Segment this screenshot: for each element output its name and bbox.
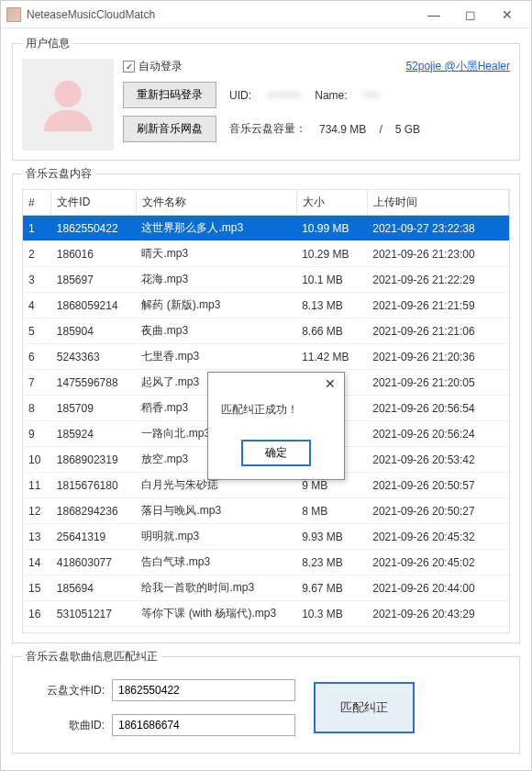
- song-id-label: 歌曲ID:: [31, 718, 105, 733]
- user-info-legend: 用户信息: [22, 36, 73, 51]
- cell-id: 418603077: [51, 550, 137, 575]
- cell-idx: 5: [23, 318, 51, 344]
- cell-time: 2021-09-26 21:21:59: [367, 293, 508, 318]
- cell-idx: 14: [23, 550, 51, 575]
- close-button[interactable]: ✕: [489, 2, 526, 28]
- checkbox-icon: ✓: [123, 61, 135, 73]
- cell-time: 2021-09-26 21:20:05: [367, 370, 508, 396]
- cell-time: 2021-09-26 20:56:54: [367, 396, 508, 421]
- app-window: NeteaseMusicCloudMatch — ◻ ✕ 用户信息 ✓ 自动登录…: [0, 0, 532, 771]
- person-icon: [36, 73, 100, 137]
- song-id-input[interactable]: [112, 714, 295, 736]
- cell-id: 5243363: [51, 344, 137, 370]
- cell-time: 2021-09-26 20:42:59: [367, 627, 508, 634]
- cell-name: 夜曲.mp3: [136, 318, 296, 344]
- content-area: 用户信息 ✓ 自动登录 52pojie @小黑Healer 重新扫码登录: [1, 28, 531, 770]
- cell-size: 8 MB: [296, 498, 367, 524]
- cell-time: 2021-09-26 20:50:27: [367, 498, 508, 524]
- file-id-label: 云盘文件ID:: [31, 683, 105, 698]
- col-header-id[interactable]: 文件ID: [51, 190, 137, 216]
- table-row[interactable]: 1325641319明明就.mp39.93 MB2021-09-26 20:45…: [23, 524, 509, 550]
- cell-idx: 7: [23, 370, 51, 396]
- cell-idx: 6: [23, 344, 51, 370]
- success-dialog: ✕ 匹配纠正成功！ 确定: [207, 372, 345, 480]
- cell-name: 七里香.mp3: [136, 344, 296, 370]
- credit-link[interactable]: 52pojie @小黑Healer: [405, 59, 510, 74]
- maximize-button[interactable]: ◻: [452, 2, 489, 28]
- table-row[interactable]: 15185694给我一首歌的时间.mp39.67 MB2021-09-26 20…: [23, 575, 509, 601]
- cell-idx: 1: [23, 216, 51, 241]
- match-group: 音乐云盘歌曲信息匹配纠正 云盘文件ID: 歌曲ID: 匹配纠正: [12, 649, 520, 754]
- cell-id: 531051217: [51, 601, 137, 627]
- col-header-name[interactable]: 文件名称: [136, 190, 296, 216]
- cell-name: 落日与晚风.mp3: [136, 498, 296, 524]
- match-legend: 音乐云盘歌曲信息匹配纠正: [22, 649, 161, 665]
- cell-time: 2021-09-26 20:45:32: [367, 524, 508, 550]
- cell-time: 2021-09-27 23:22:38: [367, 216, 508, 241]
- cell-idx: 2: [23, 241, 51, 267]
- cell-time: 2021-09-26 20:45:02: [367, 550, 508, 575]
- uid-value: ••••••: [268, 89, 302, 102]
- match-button[interactable]: 匹配纠正: [314, 682, 415, 733]
- refresh-cloud-button[interactable]: 刷新音乐网盘: [123, 116, 216, 142]
- cell-size: 8.13 MB: [296, 293, 367, 318]
- table-row[interactable]: 65243363七里香.mp311.42 MB2021-09-26 21:20:…: [23, 344, 509, 370]
- cell-id: 1868140974: [51, 627, 137, 634]
- cell-idx: 4: [23, 293, 51, 318]
- dialog-ok-button[interactable]: 确定: [241, 440, 311, 466]
- table-row[interactable]: 5185904夜曲.mp38.66 MB2021-09-26 21:21:06: [23, 318, 509, 344]
- minimize-button[interactable]: —: [416, 2, 452, 28]
- cell-id: 1475596788: [51, 370, 137, 396]
- table-row[interactable]: 2186016晴天.mp310.29 MB2021-09-26 21:23:00: [23, 241, 509, 267]
- cell-size: 9.93 MB: [296, 524, 367, 550]
- cell-time: 2021-09-26 21:20:36: [367, 344, 508, 370]
- cell-idx: 12: [23, 498, 51, 524]
- cell-id: 185694: [51, 575, 137, 601]
- col-header-size[interactable]: 大小: [296, 190, 367, 216]
- cell-name: 解药 (新版).mp3: [136, 293, 296, 318]
- table-row[interactable]: 41868059214解药 (新版).mp38.13 MB2021-09-26 …: [23, 293, 509, 318]
- cell-size: 8.91 MB: [296, 627, 367, 634]
- dialog-close-icon[interactable]: ✕: [320, 374, 340, 393]
- capacity-sep: /: [379, 123, 382, 136]
- col-header-index[interactable]: #: [23, 190, 51, 216]
- cell-id: 185904: [51, 318, 137, 344]
- cell-idx: 3: [23, 267, 51, 293]
- table-row[interactable]: 16531051217等你下课 (with 杨瑞代).mp310.3 MB202…: [23, 601, 509, 627]
- cell-name: 明明就.mp3: [136, 524, 296, 550]
- cell-id: 1862550422: [51, 216, 137, 241]
- capacity-total: 5 GB: [395, 123, 420, 136]
- cell-name: 给我一首歌的时间.mp3: [136, 575, 296, 601]
- table-row[interactable]: 121868294236落日与晚风.mp38 MB2021-09-26 20:5…: [23, 498, 509, 524]
- cell-idx: 15: [23, 575, 51, 601]
- cell-id: 185709: [51, 396, 137, 421]
- rescan-login-button[interactable]: 重新扫码登录: [123, 82, 216, 108]
- table-row[interactable]: 3185697花海.mp310.1 MB2021-09-26 21:22:29: [23, 267, 509, 293]
- cell-idx: 17: [23, 627, 51, 634]
- file-id-input[interactable]: [112, 679, 295, 701]
- cell-size: 10.3 MB: [296, 601, 367, 627]
- window-title: NeteaseMusicCloudMatch: [27, 8, 416, 21]
- cell-time: 2021-09-26 21:23:00: [367, 241, 508, 267]
- col-header-time[interactable]: 上传时间: [367, 190, 508, 216]
- cell-time: 2021-09-26 20:43:29: [367, 601, 508, 627]
- cell-size: 10.99 MB: [296, 216, 367, 241]
- cell-name: 晴天.mp3: [136, 241, 296, 267]
- cell-id: 1868902319: [51, 447, 137, 473]
- cell-time: 2021-09-26 20:50:57: [367, 473, 508, 498]
- name-value: •••: [364, 89, 382, 102]
- cell-idx: 16: [23, 601, 51, 627]
- cell-name: 花海.mp3: [136, 267, 296, 293]
- auto-login-checkbox[interactable]: ✓ 自动登录: [123, 59, 183, 74]
- table-row[interactable]: 171868140974来迟.mp38.91 MB2021-09-26 20:4…: [23, 627, 509, 634]
- table-row[interactable]: 14418603077告白气球.mp38.23 MB2021-09-26 20:…: [23, 550, 509, 575]
- auto-login-label: 自动登录: [139, 59, 183, 74]
- capacity-used: 734.9 MB: [319, 123, 366, 136]
- cell-size: 8.66 MB: [296, 318, 367, 344]
- table-row[interactable]: 11862550422这世界那么多人.mp310.99 MB2021-09-27…: [23, 216, 509, 241]
- cell-time: 2021-09-26 21:21:06: [367, 318, 508, 344]
- user-info-group: 用户信息 ✓ 自动登录 52pojie @小黑Healer 重新扫码登录: [12, 36, 520, 161]
- cell-idx: 10: [23, 447, 51, 473]
- cell-size: 10.29 MB: [296, 241, 367, 267]
- cell-name: 这世界那么多人.mp3: [136, 216, 296, 241]
